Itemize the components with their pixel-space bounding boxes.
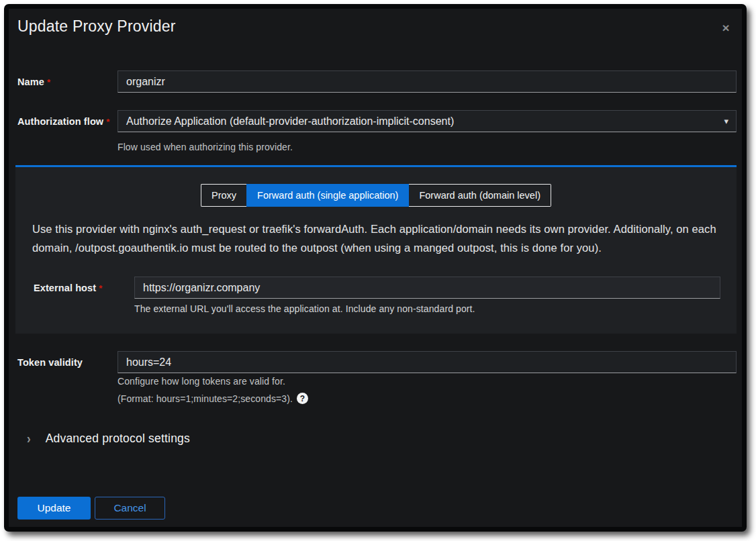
external-host-input[interactable] — [134, 277, 720, 299]
question-circle-icon[interactable]: ? — [297, 393, 308, 404]
screen-background: Update Proxy Provider × Name* Authorizat… — [0, 0, 756, 541]
toggle-forward-auth-single[interactable]: Forward auth (single application) — [246, 184, 409, 207]
close-icon[interactable]: × — [716, 19, 735, 37]
required-asterisk: * — [47, 77, 50, 87]
token-validity-help-line2: (Format: hours=1;minutes=2;seconds=3). ? — [117, 393, 308, 404]
page-title: Update Proxy Provider — [17, 17, 176, 36]
chevron-right-icon: › — [27, 431, 31, 446]
update-button[interactable]: Update — [17, 497, 91, 520]
proxy-mode-panel: Proxy Forward auth (single application) … — [15, 165, 737, 334]
advanced-protocol-settings-label: Advanced protocol settings — [46, 432, 190, 446]
name-label: Name* — [17, 77, 117, 87]
name-field-row: Name* — [17, 70, 737, 93]
external-host-label: External host* — [34, 283, 134, 293]
authorization-flow-row: Authorization flow* Authorize Applicatio… — [17, 110, 737, 132]
required-asterisk: * — [99, 283, 102, 293]
name-input[interactable] — [117, 70, 737, 93]
toggle-forward-auth-domain[interactable]: Forward auth (domain level) — [409, 184, 551, 207]
advanced-protocol-settings-expander[interactable]: › Advanced protocol settings — [27, 432, 190, 446]
token-validity-row: Token validity — [17, 351, 737, 373]
external-host-row: External host* — [34, 277, 720, 299]
external-host-help: The external URL you'll access the appli… — [134, 303, 475, 314]
token-validity-help-line1: Configure how long tokens are valid for. — [117, 376, 285, 387]
authorization-flow-help: Flow used when authorizing this provider… — [117, 142, 293, 152]
required-asterisk: * — [106, 117, 109, 127]
proxy-mode-toggle-group: Proxy Forward auth (single application) … — [201, 184, 551, 207]
toggle-proxy[interactable]: Proxy — [201, 184, 246, 207]
authorization-flow-label: Authorization flow* — [17, 116, 117, 127]
token-validity-label: Token validity — [17, 357, 117, 368]
authorization-flow-select[interactable]: Authorize Application (default-provider-… — [117, 110, 737, 132]
token-validity-input[interactable] — [117, 351, 737, 373]
chevron-down-icon: ▾ — [724, 116, 728, 126]
mode-description-text: Use this provider with nginx's auth_requ… — [32, 219, 721, 257]
update-proxy-provider-modal: Update Proxy Provider × Name* Authorizat… — [4, 4, 747, 532]
cancel-button[interactable]: Cancel — [95, 497, 165, 520]
modal-footer: Update Cancel — [17, 497, 165, 520]
